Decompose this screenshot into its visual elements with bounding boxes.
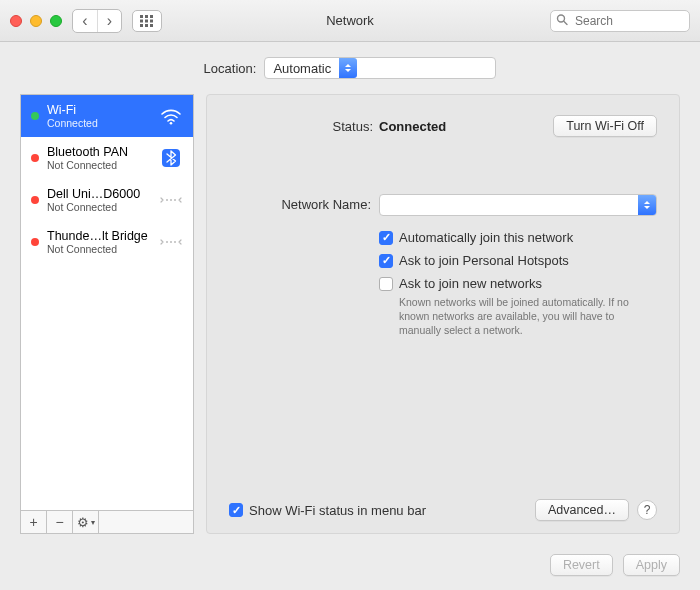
svg-line-10 bbox=[564, 21, 567, 24]
svg-point-15 bbox=[174, 199, 176, 201]
svg-rect-6 bbox=[140, 24, 143, 27]
checkbox-icon bbox=[229, 503, 243, 517]
status-dot bbox=[31, 112, 39, 120]
service-options-button[interactable]: ⚙︎▾ bbox=[73, 511, 99, 533]
svg-point-13 bbox=[166, 199, 168, 201]
checkbox-icon bbox=[379, 254, 393, 268]
grid-icon bbox=[140, 15, 154, 27]
turn-wifi-off-button[interactable]: Turn Wi-Fi Off bbox=[553, 115, 657, 137]
advanced-button[interactable]: Advanced… bbox=[535, 499, 629, 521]
ask-new-label: Ask to join new networks bbox=[399, 276, 542, 291]
status-label: Status: bbox=[229, 119, 379, 134]
back-button[interactable]: ‹ bbox=[73, 10, 97, 32]
zoom-window[interactable] bbox=[50, 15, 62, 27]
service-status: Not Connected bbox=[47, 201, 151, 213]
revert-button[interactable]: Revert bbox=[550, 554, 613, 576]
svg-rect-7 bbox=[145, 24, 148, 27]
ethernet-icon bbox=[159, 230, 183, 254]
auto-join-label: Automatically join this network bbox=[399, 230, 573, 245]
help-button[interactable]: ? bbox=[637, 500, 657, 520]
show-menubar-checkbox[interactable]: Show Wi-Fi status in menu bar bbox=[229, 503, 426, 518]
status-dot bbox=[31, 154, 39, 162]
service-list: Wi-FiConnectedBluetooth PANNot Connected… bbox=[20, 94, 194, 510]
svg-rect-3 bbox=[140, 19, 143, 22]
service-status: Connected bbox=[47, 117, 151, 129]
bluetooth-icon bbox=[159, 146, 183, 170]
svg-rect-0 bbox=[140, 15, 143, 18]
auto-join-checkbox[interactable]: Automatically join this network bbox=[379, 230, 657, 245]
ask-hotspot-checkbox[interactable]: Ask to join Personal Hotspots bbox=[379, 253, 657, 268]
svg-rect-5 bbox=[150, 19, 153, 22]
show-all-button[interactable] bbox=[132, 10, 162, 32]
service-item-thunde-lt-bridge[interactable]: Thunde…lt BridgeNot Connected bbox=[21, 221, 193, 263]
status-dot bbox=[31, 196, 39, 204]
service-name: Thunde…lt Bridge bbox=[47, 229, 151, 243]
apply-button[interactable]: Apply bbox=[623, 554, 680, 576]
svg-point-16 bbox=[166, 241, 168, 243]
gear-icon: ⚙︎ bbox=[77, 515, 89, 530]
status-value: Connected bbox=[379, 119, 446, 134]
toolbar-spacer bbox=[99, 511, 193, 533]
svg-rect-1 bbox=[145, 15, 148, 18]
service-status: Not Connected bbox=[47, 243, 151, 255]
svg-rect-2 bbox=[150, 15, 153, 18]
svg-point-14 bbox=[170, 199, 172, 201]
search-icon bbox=[556, 13, 568, 28]
forward-button[interactable]: › bbox=[97, 10, 121, 32]
checkbox-icon bbox=[379, 231, 393, 245]
network-name-select[interactable] bbox=[379, 194, 657, 216]
close-window[interactable] bbox=[10, 15, 22, 27]
nav-back-forward[interactable]: ‹ › bbox=[72, 9, 122, 33]
wifi-icon bbox=[159, 104, 183, 128]
svg-rect-4 bbox=[145, 19, 148, 22]
service-name: Bluetooth PAN bbox=[47, 145, 151, 159]
select-arrows-icon bbox=[339, 58, 357, 78]
ask-new-checkbox[interactable]: Ask to join new networks bbox=[379, 276, 657, 291]
add-service-button[interactable]: + bbox=[21, 511, 47, 533]
svg-point-11 bbox=[170, 122, 173, 125]
service-status: Not Connected bbox=[47, 159, 151, 171]
ethernet-icon bbox=[159, 188, 183, 212]
location-value: Automatic bbox=[265, 61, 339, 76]
svg-point-17 bbox=[170, 241, 172, 243]
service-name: Dell Uni…D6000 bbox=[47, 187, 151, 201]
service-item-dell-uni-d6000[interactable]: Dell Uni…D6000Not Connected bbox=[21, 179, 193, 221]
select-arrows-icon bbox=[638, 195, 656, 215]
remove-service-button[interactable]: − bbox=[47, 511, 73, 533]
chevron-down-icon: ▾ bbox=[91, 518, 95, 527]
checkbox-icon bbox=[379, 277, 393, 291]
ask-hotspot-label: Ask to join Personal Hotspots bbox=[399, 253, 569, 268]
minimize-window[interactable] bbox=[30, 15, 42, 27]
show-menubar-label: Show Wi-Fi status in menu bar bbox=[249, 503, 426, 518]
network-name-label: Network Name: bbox=[229, 193, 379, 212]
status-dot bbox=[31, 238, 39, 246]
svg-point-18 bbox=[174, 241, 176, 243]
service-item-bluetooth-pan[interactable]: Bluetooth PANNot Connected bbox=[21, 137, 193, 179]
service-item-wi-fi[interactable]: Wi-FiConnected bbox=[21, 95, 193, 137]
location-select[interactable]: Automatic bbox=[264, 57, 496, 79]
ask-new-help-text: Known networks will be joined automatica… bbox=[379, 295, 649, 338]
search-input[interactable] bbox=[550, 10, 690, 32]
service-name: Wi-Fi bbox=[47, 103, 151, 117]
svg-rect-8 bbox=[150, 24, 153, 27]
location-label: Location: bbox=[204, 61, 257, 76]
